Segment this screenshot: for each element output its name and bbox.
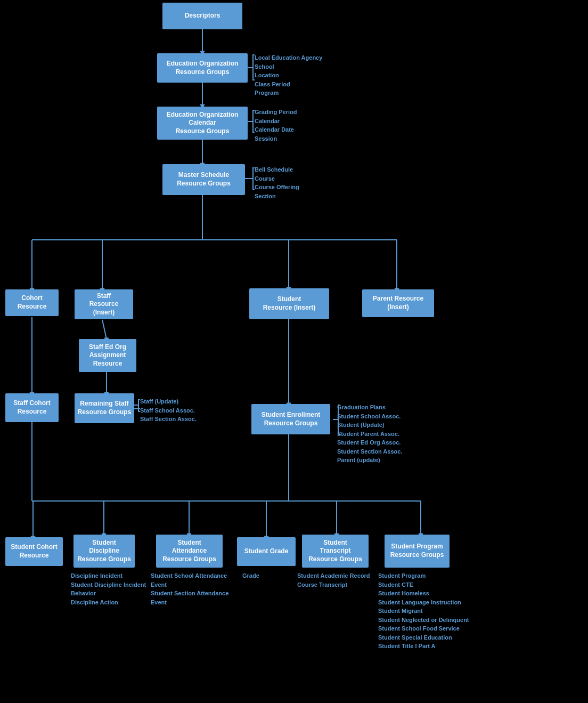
student-grade-box: Student Grade [237,537,296,566]
svg-line-16 [102,320,107,339]
student-program-label: Student ProgramResource Groups [390,543,444,559]
remaining-staff-label: Remaining StaffResource Groups [78,400,132,416]
master-sched-rg-label: Master ScheduleResource Groups [177,171,231,188]
parent-res-label: Parent Resource(Insert) [373,295,423,311]
student-cohort-label: Student CohortResource [11,543,57,560]
student-attend-box: StudentAttendanceResource Groups [156,535,223,568]
grade-item-label: Grade [242,571,259,580]
student-disc-box: StudentDisciplineResource Groups [74,535,135,568]
edorg-cal-rg-label: Education OrganizationCalendarResource G… [167,111,239,136]
staff-res-label: StaffResource(Insert) [89,292,119,317]
staff-edorg-box: Staff Ed OrgAssignmentResource [79,339,136,372]
cohort-res-box: CohortResource [5,289,59,316]
master-items-label: Bell ScheduleCourseCourse OfferingSectio… [255,165,299,200]
transcript-items-label: Student Academic RecordCourse Transcript [297,571,370,589]
attend-items-label: Student School AttendanceEventStudent Se… [151,571,228,607]
edorg-cal-rg-box: Education OrganizationCalendarResource G… [157,107,248,140]
staff-res-box: StaffResource(Insert) [75,289,133,319]
student-res-label: StudentResource (Insert) [263,295,316,312]
diagram: Descriptors Education OrganizationResour… [0,0,588,703]
edorg-items-label: Local Education AgencySchoolLocationClas… [255,53,322,98]
student-attend-label: StudentAttendanceResource Groups [162,539,216,564]
remaining-staff-items-label: Staff (Update)Staff School Assoc.Staff S… [140,397,197,424]
student-transcript-label: StudentTranscriptResource Groups [308,539,362,564]
student-grade-label: Student Grade [244,547,289,556]
remaining-staff-box: Remaining StaffResource Groups [75,393,134,423]
student-disc-label: StudentDisciplineResource Groups [77,539,131,564]
parent-res-box: Parent Resource(Insert) [362,289,434,317]
staff-cohort-label: Staff CohortResource [13,399,50,416]
disc-items-label: Discipline IncidentStudent Discipline In… [71,571,146,607]
student-enroll-label: Student EnrollmentResource Groups [262,411,321,427]
student-transcript-box: StudentTranscriptResource Groups [302,535,369,568]
staff-edorg-label: Staff Ed OrgAssignmentResource [89,343,126,368]
student-program-box: Student ProgramResource Groups [385,535,450,568]
edorg-rg-label: Education OrganizationResource Groups [167,60,239,76]
staff-cohort-box: Staff CohortResource [5,393,59,422]
program-items-label: Student ProgramStudent CTEStudent Homele… [378,571,469,651]
descriptors-box: Descriptors [162,3,242,29]
edorg-rg-box: Education OrganizationResource Groups [157,53,248,83]
master-sched-rg-box: Master ScheduleResource Groups [162,164,245,195]
student-enroll-box: Student EnrollmentResource Groups [251,404,330,434]
cohort-res-label: CohortResource [18,294,47,311]
edorg-cal-items-label: Grading PeriodCalendarCalendar DateSessi… [255,108,297,143]
student-cohort-box: Student CohortResource [5,537,63,566]
student-res-box: StudentResource (Insert) [249,288,329,319]
student-enroll-items-label: Graduation PlansStudent School Assoc.Stu… [337,403,402,465]
